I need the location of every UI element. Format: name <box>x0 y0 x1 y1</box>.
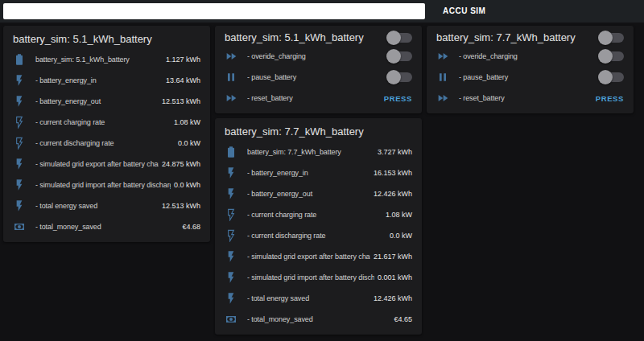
flash-icon <box>13 158 26 170</box>
fast-forward-icon <box>225 92 237 105</box>
entity-name: - battery_energy_in <box>35 76 163 84</box>
entity-value: 12.513 kWh <box>162 97 200 105</box>
press-button[interactable]: PRESS <box>384 94 412 103</box>
entity-row[interactable]: - reset_battery PRESS <box>215 88 422 109</box>
flash-icon <box>225 166 237 179</box>
entity-row[interactable]: - simulated grid export after battery ch… <box>215 246 422 267</box>
entity-name: - reset_battery <box>459 94 592 102</box>
entity-row[interactable]: - overide_charging <box>427 46 634 67</box>
flash-icon <box>225 250 237 263</box>
entity-value: 13.64 kWh <box>166 76 200 84</box>
entity-name: - simulated grid import after battery di… <box>35 181 171 189</box>
toggle-switch[interactable] <box>388 72 412 82</box>
entity-row[interactable]: - total energy saved 12.426 kWh <box>215 288 422 309</box>
entity-value: 12.513 kWh <box>162 202 200 210</box>
card-title: battery_sim: 7.7_kWh_battery <box>436 31 595 43</box>
cash-icon <box>13 220 26 233</box>
flash-icon <box>225 271 237 284</box>
entity-row[interactable]: battery_sim: 5.1_kWh_battery 1.127 kWh <box>3 49 210 70</box>
card-header: battery_sim: 5.1_kWh_battery <box>215 26 422 46</box>
entity-row[interactable]: - pause_battery <box>427 67 634 88</box>
toggle-switch[interactable] <box>600 51 624 61</box>
press-button[interactable]: PRESS <box>596 94 624 103</box>
entity-value: 0.0 kW <box>178 139 200 147</box>
top-bar: ACCU SIM <box>0 0 644 23</box>
entity-row[interactable]: - current charging rate 1.08 kW <box>3 112 210 133</box>
entity-value: 1.127 kWh <box>166 55 200 64</box>
entity-name: - current discharging rate <box>247 232 386 240</box>
flash-icon <box>13 95 26 108</box>
entity-row[interactable]: - overide_charging <box>215 46 422 67</box>
entity-name: - simulated grid export after battery ch… <box>247 253 370 261</box>
entity-name: - overide_charging <box>459 52 595 60</box>
entity-name: battery_sim: 5.1_kWh_battery <box>35 55 163 64</box>
column-3: battery_sim: 7.7_kWh_battery - overide_c… <box>427 26 634 113</box>
entity-row[interactable]: - total_money_saved €4.65 <box>215 309 422 330</box>
card-title: battery_sim: 5.1_kWh_battery <box>3 26 210 49</box>
fast-forward-icon <box>436 92 449 105</box>
entity-row[interactable]: - total energy saved 12.513 kWh <box>3 195 210 216</box>
entity-value: 24.875 kWh <box>162 160 200 168</box>
dashboard-grid: battery_sim: 5.1_kWh_battery battery_sim… <box>0 23 644 338</box>
entity-row[interactable]: - simulated grid import after battery di… <box>3 175 210 195</box>
entity-name: - total_money_saved <box>247 315 390 323</box>
entity-name: - pause_battery <box>459 73 595 81</box>
entity-row[interactable]: - battery_energy_out 12.426 kWh <box>215 183 422 204</box>
entity-row[interactable]: - simulated grid export after battery ch… <box>3 154 210 175</box>
entity-value: 16.153 kWh <box>374 169 412 177</box>
entity-name: - total energy saved <box>247 294 370 302</box>
cash-icon <box>225 313 237 326</box>
entity-row[interactable]: - simulated grid import after battery di… <box>215 267 422 288</box>
group-toggle[interactable] <box>388 33 412 43</box>
entity-name: - current discharging rate <box>35 139 175 147</box>
column-1: battery_sim: 5.1_kWh_battery battery_sim… <box>3 26 210 242</box>
flash-icon <box>225 292 237 305</box>
group-toggle[interactable] <box>600 33 624 43</box>
entity-name: - overide_charging <box>247 52 383 60</box>
card-title: battery_sim: 7.7_kWh_battery <box>215 118 422 142</box>
card-header: battery_sim: 7.7_kWh_battery <box>427 26 634 46</box>
entity-value: 1.08 kW <box>386 211 412 219</box>
entity-name: - simulated grid export after battery ch… <box>35 160 159 168</box>
flash-outline-icon <box>225 208 237 221</box>
entity-value: 12.426 kWh <box>374 294 412 302</box>
entity-row[interactable]: - battery_energy_in 16.153 kWh <box>215 162 422 183</box>
entity-row[interactable]: - battery_energy_out 12.513 kWh <box>3 91 210 112</box>
card-battery-sim-7-7-sensors: battery_sim: 7.7_kWh_battery battery_sim… <box>215 118 422 335</box>
entity-name: - total_money_saved <box>35 223 179 231</box>
entity-row[interactable]: - pause_battery <box>215 67 422 88</box>
entity-value: 21.617 kWh <box>374 253 412 261</box>
battery-icon <box>225 146 237 158</box>
column-2: battery_sim: 5.1_kWh_battery - overide_c… <box>215 26 422 335</box>
fast-forward-icon <box>436 50 449 63</box>
toggle-switch[interactable] <box>600 72 624 82</box>
entity-row[interactable]: - battery_energy_in 13.64 kWh <box>3 70 210 91</box>
entity-name: - current charging rate <box>35 118 171 126</box>
entity-value: 0.0 kW <box>390 232 412 240</box>
entity-name: - battery_energy_out <box>247 190 370 198</box>
flash-icon <box>13 74 26 87</box>
flash-icon <box>13 199 26 212</box>
entity-row[interactable]: battery_sim: 7.7_kWh_battery 3.727 kWh <box>215 142 422 162</box>
entity-name: - pause_battery <box>247 73 383 81</box>
entity-row[interactable]: - current discharging rate 0.0 kW <box>215 225 422 246</box>
flash-icon <box>225 187 237 200</box>
entity-value: 0.0 kWh <box>174 181 200 189</box>
search-input[interactable] <box>3 3 425 19</box>
card-battery-sim-5-1-sensors: battery_sim: 5.1_kWh_battery battery_sim… <box>3 26 210 242</box>
entity-row[interactable]: - current discharging rate 0.0 kW <box>3 133 210 154</box>
entity-name: battery_sim: 7.7_kWh_battery <box>247 148 374 156</box>
card-title: battery_sim: 5.1_kWh_battery <box>225 31 383 43</box>
tab-accu-sim[interactable]: ACCU SIM <box>436 0 492 23</box>
entity-row[interactable]: - total_money_saved €4.68 <box>3 216 210 237</box>
card-battery-sim-5-1-controls: battery_sim: 5.1_kWh_battery - overide_c… <box>215 26 422 113</box>
entity-value: 0.001 kWh <box>378 273 412 281</box>
card-battery-sim-7-7-controls: battery_sim: 7.7_kWh_battery - overide_c… <box>427 26 634 113</box>
entity-value: €4.68 <box>182 223 200 231</box>
entity-value: 1.08 kW <box>174 118 200 126</box>
entity-value: €4.65 <box>394 315 412 323</box>
entity-row[interactable]: - current charging rate 1.08 kW <box>215 204 422 225</box>
fast-forward-icon <box>225 50 237 63</box>
toggle-switch[interactable] <box>388 51 412 61</box>
entity-row[interactable]: - reset_battery PRESS <box>427 88 634 109</box>
